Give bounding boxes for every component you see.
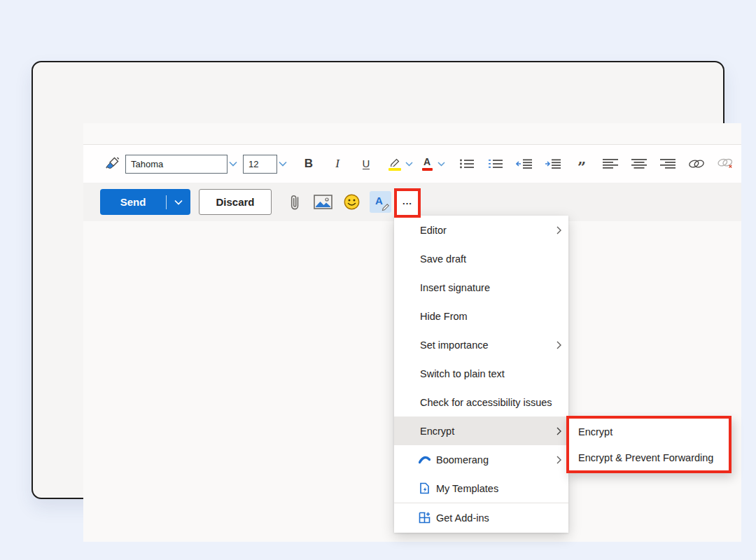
submenu-chevron-icon <box>556 427 561 435</box>
screenshot-stage: Tahoma 12 B I U <box>0 0 756 560</box>
menu-item-insert-signature[interactable]: Insert signature <box>394 273 568 302</box>
format-painter-icon[interactable] <box>104 153 121 175</box>
submenu-chevron-icon <box>556 341 561 349</box>
indent-icon[interactable] <box>545 153 561 175</box>
submenu-item-encrypt-prevent-forwarding[interactable]: Encrypt & Prevent Forwarding <box>569 444 729 470</box>
templates-icon <box>419 482 430 494</box>
quote-icon[interactable]: ” <box>573 153 590 175</box>
send-button[interactable]: Send <box>100 189 190 215</box>
bold-button[interactable]: B <box>300 153 317 175</box>
italic-button[interactable]: I <box>329 153 346 175</box>
align-left-icon[interactable] <box>602 153 619 175</box>
font-color-dropdown-icon[interactable] <box>435 153 447 175</box>
formatting-toolbar: Tahoma 12 B I U <box>83 144 741 183</box>
emoji-icon[interactable] <box>337 188 366 216</box>
menu-item-set-importance[interactable]: Set importance <box>394 330 568 359</box>
menu-item-get-addins[interactable]: Get Add-ins <box>394 503 568 532</box>
align-right-icon[interactable] <box>659 153 676 175</box>
submenu-item-encrypt[interactable]: Encrypt <box>569 419 729 444</box>
draw-icon[interactable]: A <box>370 191 391 213</box>
unlink-icon[interactable] <box>717 153 734 175</box>
font-color-icon[interactable]: A <box>419 153 435 175</box>
link-icon[interactable] <box>688 153 705 175</box>
underline-button[interactable]: U <box>358 153 374 175</box>
font-family-value: Tahoma <box>131 159 163 169</box>
numbered-list-icon[interactable] <box>487 153 504 175</box>
compose-window: Tahoma 12 B I U <box>31 61 724 499</box>
menu-item-save-draft[interactable]: Save draft <box>394 244 568 273</box>
menu-item-check-accessibility[interactable]: Check for accessibility issues <box>394 388 568 416</box>
menu-item-editor[interactable]: Editor <box>394 216 568 244</box>
boomerang-icon <box>419 454 430 465</box>
highlight-dropdown-icon[interactable] <box>403 153 414 175</box>
send-label: Send <box>100 196 166 208</box>
submenu-chevron-icon <box>556 456 561 464</box>
encrypt-submenu: Encrypt Encrypt & Prevent Forwarding <box>566 416 732 473</box>
font-size-input[interactable]: 12 <box>243 155 277 174</box>
menu-item-boomerang[interactable]: Boomerang <box>394 445 568 474</box>
menu-item-my-templates[interactable]: My Templates <box>394 474 568 503</box>
menu-item-switch-plain-text[interactable]: Switch to plain text <box>394 359 568 388</box>
font-size-value: 12 <box>248 159 258 169</box>
more-options-label: ... <box>402 196 412 211</box>
menu-item-hide-from[interactable]: Hide From <box>394 302 568 330</box>
addins-icon <box>419 512 430 524</box>
discard-label: Discard <box>216 196 254 208</box>
send-options-chevron-icon[interactable] <box>167 200 190 205</box>
font-family-input[interactable]: Tahoma <box>125 155 227 174</box>
bullet-list-icon[interactable] <box>458 153 475 175</box>
font-family-dropdown-icon[interactable] <box>227 153 239 175</box>
menu-item-encrypt[interactable]: Encrypt <box>394 416 568 445</box>
image-icon[interactable] <box>309 188 337 216</box>
attach-icon[interactable] <box>280 188 309 216</box>
discard-button[interactable]: Discard <box>199 189 272 215</box>
submenu-chevron-icon <box>556 226 561 234</box>
more-options-menu: Editor Save draft Insert signature Hide … <box>394 216 568 533</box>
align-center-icon[interactable] <box>631 153 648 175</box>
font-size-dropdown-icon[interactable] <box>277 153 288 175</box>
highlight-icon[interactable] <box>386 153 403 175</box>
outdent-icon[interactable] <box>516 153 533 175</box>
more-options-icon[interactable]: ... <box>394 188 421 218</box>
